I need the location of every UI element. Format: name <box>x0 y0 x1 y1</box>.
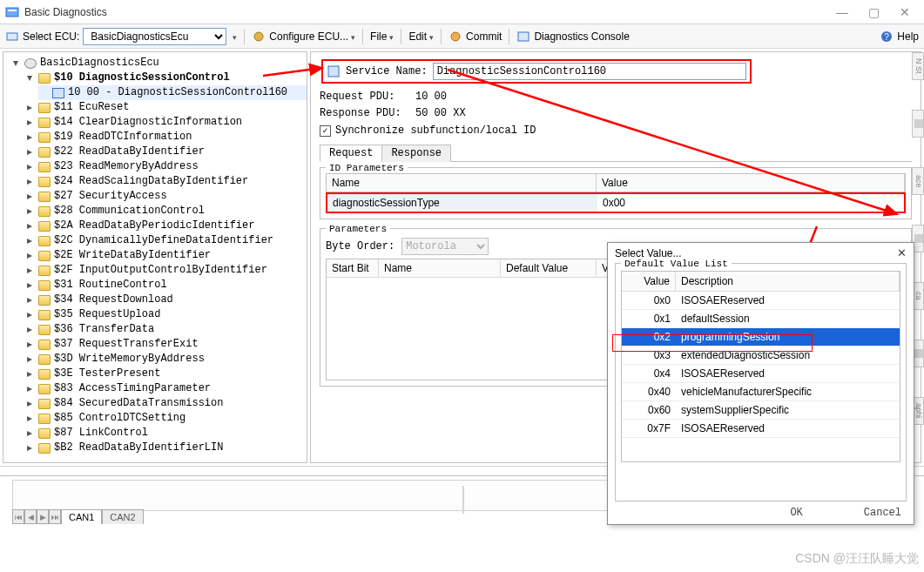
ecu-select[interactable]: BasicDiagnosticsEcu <box>83 28 226 45</box>
ecu-icon <box>5 30 19 44</box>
tree-service-27[interactable]: ▸$27 SecurityAccess <box>24 189 307 204</box>
bottom-tab-can1[interactable]: CAN1 <box>61 509 102 524</box>
tree-service-24[interactable]: ▸$24 ReadScalingDataByIdentifier <box>24 174 307 189</box>
tab-response[interactable]: Response <box>381 145 451 162</box>
svg-rect-2 <box>7 33 17 40</box>
svg-rect-10 <box>914 234 923 243</box>
svg-rect-8 <box>328 66 339 77</box>
svg-rect-5 <box>518 32 529 41</box>
ecu-dropdown-arrow[interactable] <box>230 30 237 43</box>
close-button[interactable]: ✕ <box>894 5 916 19</box>
tree-service-85[interactable]: ▸$85 ControlDTCSetting <box>24 411 307 426</box>
commit-button[interactable]: Commit <box>466 30 502 43</box>
right-panel-0[interactable]: N St <box>912 52 924 80</box>
console-icon <box>516 30 530 44</box>
tree-request-1000[interactable]: 10 00 - DiagnosticSessionControl160 <box>38 85 307 100</box>
bottom-tab-can2[interactable]: CAN2 <box>102 509 143 524</box>
svg-rect-1 <box>8 10 17 11</box>
tree-service-34[interactable]: ▸$34 RequestDownload <box>24 293 307 307</box>
tree-service-11[interactable]: ▸$11 EcuReset <box>24 100 307 115</box>
popup-cancel-button[interactable]: Cancel <box>864 507 901 519</box>
id-parameters-legend: ID Parameters <box>326 163 408 173</box>
tab-nav-last[interactable]: ⏭ <box>49 509 61 524</box>
value-list-table[interactable]: Value Description 0x0ISOSAEReserved0x1de… <box>621 271 900 462</box>
service-tree[interactable]: ▾BasicDiagnosticsEcu ▾$10 DiagnosticSess… <box>3 51 307 463</box>
tree-service-3D[interactable]: ▸$3D WriteMemoryByAddress <box>24 352 307 367</box>
popup-legend: Default Value List <box>621 259 732 269</box>
value-row-0x0[interactable]: 0x0ISOSAEReserved <box>622 292 900 310</box>
value-row-0x1[interactable]: 0x1defaultSession <box>622 310 900 328</box>
watermark: CSDN @汪汪队睡大觉 <box>795 551 919 567</box>
tree-service-31[interactable]: ▸$31 RoutineControl <box>24 278 307 293</box>
tab-request[interactable]: Request <box>320 145 382 162</box>
popup-col-value: Value <box>622 272 676 291</box>
right-panel-1[interactable] <box>912 110 924 138</box>
value-row-0x2[interactable]: 0x2programmingSession <box>622 328 900 347</box>
tree-service-22[interactable]: ▸$22 ReadDataByIdentifier <box>24 145 307 159</box>
tree-service-35[interactable]: ▸$35 RequestUpload <box>24 307 307 322</box>
window-title: Basic Diagnostics <box>24 6 831 18</box>
select-ecu-label: Select ECU: <box>23 30 79 43</box>
tree-root[interactable]: ▾BasicDiagnosticsEcu <box>10 56 307 71</box>
idparam-col-name: Name <box>327 174 597 192</box>
svg-text:?: ? <box>885 32 890 42</box>
tab-nav-prev[interactable]: ◀ <box>24 509 37 524</box>
right-panel-2[interactable]: ace <box>912 167 924 195</box>
tree-service-3E[interactable]: ▸$3E TesterPresent <box>24 367 307 381</box>
tree-service-83[interactable]: ▸$83 AccessTimingParameter <box>24 381 307 396</box>
tree-service-2A[interactable]: ▸$2A ReadDataByPeriodicIdentifier <box>24 219 307 233</box>
help-button[interactable]: Help <box>897 30 919 43</box>
tree-service-84[interactable]: ▸$84 SecuredDataTransmission <box>24 396 307 411</box>
idparam-col-value: Value <box>597 174 905 192</box>
tree-service-28[interactable]: ▸$28 CommunicationControl <box>24 204 307 219</box>
byte-order-label: Byte Order: <box>326 240 395 252</box>
app-icon <box>5 5 19 19</box>
svg-rect-11 <box>914 349 923 358</box>
tree-service-23[interactable]: ▸$23 ReadMemoryByAddress <box>24 159 307 174</box>
svg-rect-0 <box>6 8 18 17</box>
param-col-startbit: Start Bit <box>327 259 379 277</box>
maximize-button[interactable]: ▢ <box>862 5 885 19</box>
help-icon: ? <box>880 30 894 44</box>
tree-service-19[interactable]: ▸$19 ReadDTCInformation <box>24 130 307 145</box>
value-row-0x4[interactable]: 0x4ISOSAEReserved <box>622 365 900 383</box>
response-pdu-value: 50 00 XX <box>415 107 466 119</box>
idparam-row-name: diagnosticSessionType <box>327 194 597 212</box>
minimize-button[interactable]: — <box>831 5 853 19</box>
idparam-row[interactable]: diagnosticSessionType 0x00 <box>326 192 906 213</box>
tree-service-B2[interactable]: ▸$B2 ReadDataByIdentifierLIN <box>24 441 307 455</box>
popup-close-button[interactable]: ✕ <box>897 246 907 259</box>
tree-service-2E[interactable]: ▸$2E WriteDataByIdentifier <box>24 248 307 263</box>
tree-service-87[interactable]: ▸$87 LinkControl <box>24 426 307 441</box>
sync-subfunction-checkbox[interactable]: ✓Synchronize subfunction/local ID <box>320 124 912 137</box>
file-menu[interactable]: File <box>370 30 394 43</box>
value-row-0x40[interactable]: 0x40vehicleManufacturerSpecific <box>622 383 900 401</box>
tree-service-36[interactable]: ▸$36 TransferData <box>24 322 307 337</box>
tree-service-2C[interactable]: ▸$2C DynamicallyDefineDataIdentifier <box>24 233 307 248</box>
configure-ecu-menu[interactable]: Configure ECU... <box>269 30 355 43</box>
idparam-row-value[interactable]: 0x00 <box>597 194 904 212</box>
request-pdu-value: 10 00 <box>415 91 447 103</box>
tab-nav-next[interactable]: ▶ <box>37 509 49 524</box>
param-col-default: Default Value <box>501 259 597 277</box>
tree-service-10[interactable]: ▾$10 DiagnosticSessionControl <box>24 71 307 85</box>
parameters-legend: Parameters <box>326 224 390 234</box>
value-row-0x7F[interactable]: 0x7FISOSAEReserved <box>622 420 900 438</box>
popup-ok-button[interactable]: OK <box>790 507 802 519</box>
tree-service-2F[interactable]: ▸$2F InputOutputControlByIdentifier <box>24 263 307 278</box>
value-row-0x60[interactable]: 0x60systemSupplierSpecific <box>622 401 900 420</box>
response-pdu-label: Response PDU: <box>320 107 407 119</box>
select-value-popup: Select Value... ✕ Default Value List Val… <box>607 242 914 525</box>
diagnostics-console-button[interactable]: Diagnostics Console <box>534 30 629 43</box>
svg-rect-9 <box>914 119 923 128</box>
param-col-name: Name <box>379 259 501 277</box>
tree-service-14[interactable]: ▸$14 ClearDiagnosticInformation <box>24 115 307 130</box>
service-name-input[interactable] <box>433 63 746 80</box>
tree-service-37[interactable]: ▸$37 RequestTransferExit <box>24 337 307 352</box>
configure-icon <box>252 30 266 44</box>
tab-nav-first[interactable]: ⏮ <box>12 509 24 524</box>
main-toolbar: Select ECU: BasicDiagnosticsEcu Configur… <box>0 24 924 49</box>
value-row-0x3[interactable]: 0x3extendedDiagnosticSession <box>622 347 900 365</box>
title-bar: Basic Diagnostics — ▢ ✕ <box>0 0 924 24</box>
edit-menu[interactable]: Edit <box>408 30 434 43</box>
